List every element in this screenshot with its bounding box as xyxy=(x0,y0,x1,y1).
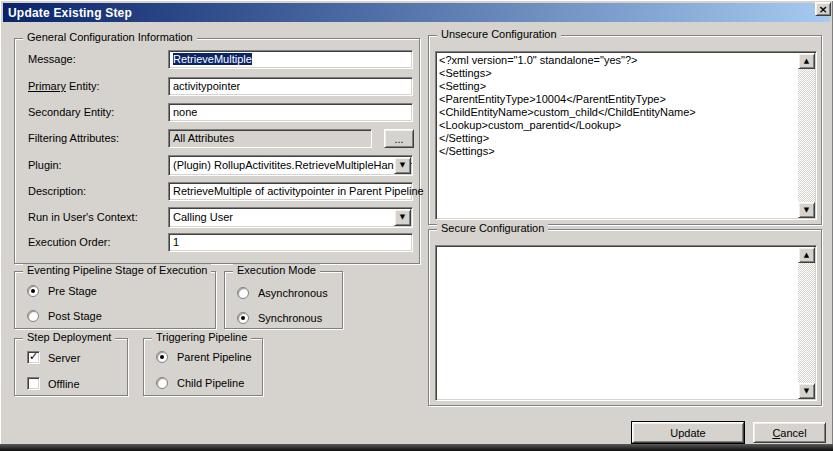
child-pipeline-radio[interactable] xyxy=(156,377,168,389)
execution-order-label: Execution Order: xyxy=(28,236,111,248)
synchronous-label[interactable]: Synchronous xyxy=(258,312,322,324)
deployment-group: Step Deployment ✓ Server Offline xyxy=(14,338,128,396)
message-label: Message: xyxy=(28,53,76,65)
primary-entity-label: Primary Entity: xyxy=(28,80,100,92)
filtering-attributes-browse-button[interactable]: ... xyxy=(384,129,414,148)
server-label[interactable]: Server xyxy=(48,352,80,364)
scroll-down-button[interactable]: ▼ xyxy=(798,202,815,218)
pre-stage-radio[interactable] xyxy=(27,285,39,297)
stage-group-legend: Eventing Pipeline Stage of Execution xyxy=(23,264,211,276)
title-bar[interactable]: Update Existing Step xyxy=(3,3,830,22)
window-bottom-edge xyxy=(0,444,833,451)
unsecure-configuration-content: <?xml version="1.0" standalone="yes"?> <… xyxy=(439,54,796,217)
mode-group: Execution Mode Asynchronous Synchronous xyxy=(224,271,343,329)
scroll-up-button[interactable]: ▲ xyxy=(798,247,815,263)
parent-pipeline-label[interactable]: Parent Pipeline xyxy=(177,351,252,363)
run-context-label: Run in User's Context: xyxy=(28,211,138,223)
scroll-down-button[interactable]: ▼ xyxy=(798,383,815,399)
deployment-group-legend: Step Deployment xyxy=(23,331,115,343)
primary-entity-input[interactable]: activitypointer xyxy=(168,77,413,96)
execution-order-input[interactable]: 1 xyxy=(168,233,413,252)
unsecure-scrollbar[interactable]: ▲ ▼ xyxy=(798,53,815,218)
synchronous-radio[interactable] xyxy=(237,312,249,324)
secure-configuration-legend: Secure Configuration xyxy=(437,222,548,234)
plugin-label: Plugin: xyxy=(28,159,62,171)
description-input[interactable]: RetrieveMultiple of activitypointer in P… xyxy=(168,182,413,201)
parent-pipeline-radio[interactable] xyxy=(156,351,168,363)
server-checkbox[interactable]: ✓ xyxy=(27,351,40,364)
run-context-dropdown-button[interactable]: ▼ xyxy=(394,209,411,226)
update-button[interactable]: Update xyxy=(632,422,744,443)
chevron-down-icon: ▼ xyxy=(400,162,405,169)
plugin-dropdown-button[interactable]: ▼ xyxy=(394,157,411,174)
plugin-combobox[interactable]: (Plugin) RollupActivitites.RetrieveMulti… xyxy=(168,155,413,176)
secure-configuration-textarea[interactable]: ▲ ▼ xyxy=(435,245,817,401)
pipeline-group: Triggering Pipeline Parent Pipeline Chil… xyxy=(143,338,263,396)
message-input[interactable]: RetrieveMultiple xyxy=(168,50,413,69)
dialog-window: Update Existing Step × General Configura… xyxy=(0,0,833,451)
general-configuration-legend: General Configuration Information xyxy=(23,31,197,43)
offline-label[interactable]: Offline xyxy=(48,378,80,390)
filtering-attributes-field: All Attributes xyxy=(168,129,372,148)
general-configuration-group: General Configuration Information xyxy=(14,38,420,264)
close-icon: × xyxy=(818,3,827,16)
secondary-entity-label: Secondary Entity: xyxy=(28,106,114,118)
secure-configuration-content xyxy=(439,248,796,398)
secondary-entity-input[interactable]: none xyxy=(168,103,413,122)
message-selected-text: RetrieveMultiple xyxy=(173,53,252,65)
stage-group: Eventing Pipeline Stage of Execution Pre… xyxy=(14,271,216,329)
scroll-up-icon: ▲ xyxy=(804,252,809,259)
cancel-button[interactable]: Cancel xyxy=(753,422,826,443)
filtering-attributes-label: Filtering Attributes: xyxy=(28,132,119,144)
unsecure-configuration-group: Unsecure Configuration <?xml version="1.… xyxy=(428,35,822,225)
pre-stage-label[interactable]: Pre Stage xyxy=(48,285,97,297)
scroll-down-icon: ▼ xyxy=(804,207,809,214)
asynchronous-label[interactable]: Asynchronous xyxy=(258,287,328,299)
checkmark-icon: ✓ xyxy=(29,350,38,363)
secure-scrollbar[interactable]: ▲ ▼ xyxy=(798,247,815,399)
chevron-down-icon: ▼ xyxy=(400,214,405,221)
offline-checkbox[interactable] xyxy=(27,377,40,390)
post-stage-radio[interactable] xyxy=(27,310,39,322)
child-pipeline-label[interactable]: Child Pipeline xyxy=(177,377,244,389)
ellipsis-icon: ... xyxy=(394,133,403,145)
description-label: Description: xyxy=(28,185,86,197)
pipeline-group-legend: Triggering Pipeline xyxy=(152,331,251,343)
unsecure-configuration-legend: Unsecure Configuration xyxy=(437,28,561,40)
unsecure-configuration-textarea[interactable]: <?xml version="1.0" standalone="yes"?> <… xyxy=(435,51,817,220)
scroll-up-icon: ▲ xyxy=(804,58,809,65)
asynchronous-radio[interactable] xyxy=(237,287,249,299)
dialog-title: Update Existing Step xyxy=(3,6,132,20)
scroll-down-icon: ▼ xyxy=(804,388,809,395)
close-button[interactable]: × xyxy=(815,2,831,16)
post-stage-label[interactable]: Post Stage xyxy=(48,310,102,322)
scroll-up-button[interactable]: ▲ xyxy=(798,53,815,69)
mode-group-legend: Execution Mode xyxy=(233,264,320,276)
secure-configuration-group: Secure Configuration ▲ ▼ xyxy=(428,229,822,406)
run-context-combobox[interactable]: Calling User ▼ xyxy=(168,207,413,228)
